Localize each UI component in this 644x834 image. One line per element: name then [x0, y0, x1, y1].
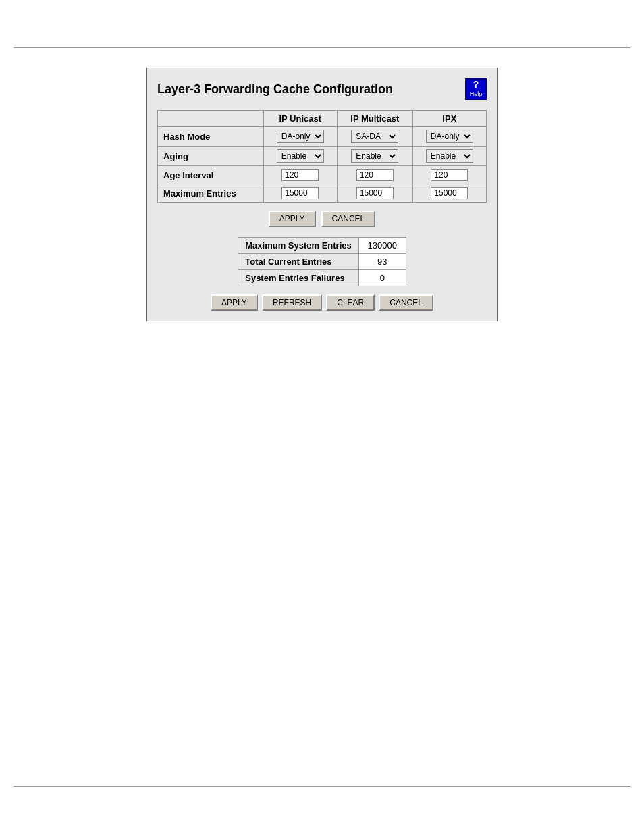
aging-label: Aging [158, 147, 264, 166]
table-header-row: IP Unicast IP Multicast IPX [158, 111, 487, 127]
age-interval-ipx-input[interactable] [431, 169, 468, 181]
aging-ipx-cell: Enable Disable [412, 147, 486, 166]
cancel-bottom-button[interactable]: CANCEL [379, 294, 433, 311]
aging-ip-multicast-select[interactable]: Enable Disable [351, 149, 398, 163]
system-entries-failures-value: 0 [358, 270, 406, 286]
main-panel: Layer-3 Forwarding Cache Configuration ?… [146, 68, 498, 321]
help-label: Help [470, 89, 483, 99]
max-entries-ipx-input[interactable] [431, 187, 468, 199]
age-interval-ip-multicast-input[interactable] [356, 169, 394, 181]
cancel-button[interactable]: CANCEL [321, 211, 376, 227]
col-header-ip-unicast: IP Unicast [263, 111, 337, 127]
hash-mode-ipx-select[interactable]: DA-only SA-only SA-DA [426, 130, 473, 143]
title-row: Layer-3 Forwarding Cache Configuration ?… [157, 78, 487, 100]
hash-mode-ip-multicast-select[interactable]: SA-DA DA-only SA-only [351, 130, 398, 143]
max-entries-ipx-cell [412, 184, 486, 203]
col-header-empty [158, 111, 264, 127]
max-system-entries-value: 130000 [358, 238, 406, 254]
max-entries-ip-unicast-cell [263, 184, 337, 203]
age-interval-ip-unicast-input[interactable] [281, 169, 319, 181]
table-row: Aging Enable Disable Enable Disable Enab [158, 147, 487, 166]
hash-mode-ipx-cell: DA-only SA-only SA-DA [412, 127, 486, 147]
help-button[interactable]: ? Help [465, 78, 487, 100]
page-title: Layer-3 Forwarding Cache Configuration [157, 82, 393, 97]
age-interval-ipx-cell [412, 166, 486, 184]
apply-bottom-button[interactable]: APPLY [211, 294, 258, 311]
hash-mode-ip-multicast-cell: SA-DA DA-only SA-only [337, 127, 412, 147]
apply-button[interactable]: APPLY [269, 211, 316, 227]
aging-ip-unicast-select[interactable]: Enable Disable [277, 149, 324, 163]
total-current-entries-value: 93 [358, 254, 406, 270]
refresh-button[interactable]: REFRESH [262, 294, 322, 311]
stats-table: Maximum System Entries 130000 Total Curr… [238, 237, 406, 286]
clear-button[interactable]: CLEAR [326, 294, 375, 311]
table-row: Age Interval [158, 166, 487, 184]
help-question-icon: ? [473, 80, 479, 89]
config-table: IP Unicast IP Multicast IPX Hash Mode DA… [157, 110, 487, 203]
max-entries-ip-unicast-input[interactable] [281, 187, 319, 199]
table-row: Hash Mode DA-only SA-only SA-DA SA-DA DA… [158, 127, 487, 147]
table-row: Maximum System Entries 130000 [238, 238, 406, 254]
age-interval-ip-unicast-cell [263, 166, 337, 184]
col-header-ipx: IPX [412, 111, 486, 127]
max-entries-ip-multicast-input[interactable] [356, 187, 394, 199]
hash-mode-label: Hash Mode [158, 127, 264, 147]
stats-section: Maximum System Entries 130000 Total Curr… [157, 237, 487, 286]
aging-ip-multicast-cell: Enable Disable [337, 147, 412, 166]
col-header-ip-multicast: IP Multicast [337, 111, 412, 127]
bottom-divider [14, 786, 630, 787]
max-entries-label: Maximum Entries [158, 184, 264, 203]
hash-mode-ip-unicast-cell: DA-only SA-only SA-DA [263, 127, 337, 147]
apply-cancel-row: APPLY CANCEL [157, 211, 487, 227]
bottom-buttons-row: APPLY REFRESH CLEAR CANCEL [157, 294, 487, 311]
system-entries-failures-label: System Entries Failures [238, 270, 359, 286]
age-interval-label: Age Interval [158, 166, 264, 184]
age-interval-ip-multicast-cell [337, 166, 412, 184]
hash-mode-ip-unicast-select[interactable]: DA-only SA-only SA-DA [277, 130, 324, 143]
table-row: Maximum Entries [158, 184, 487, 203]
max-system-entries-label: Maximum System Entries [238, 238, 359, 254]
aging-ip-unicast-cell: Enable Disable [263, 147, 337, 166]
table-row: Total Current Entries 93 [238, 254, 406, 270]
max-entries-ip-multicast-cell [337, 184, 412, 203]
top-divider [14, 47, 630, 48]
aging-ipx-select[interactable]: Enable Disable [426, 149, 473, 163]
total-current-entries-label: Total Current Entries [238, 254, 359, 270]
table-row: System Entries Failures 0 [238, 270, 406, 286]
